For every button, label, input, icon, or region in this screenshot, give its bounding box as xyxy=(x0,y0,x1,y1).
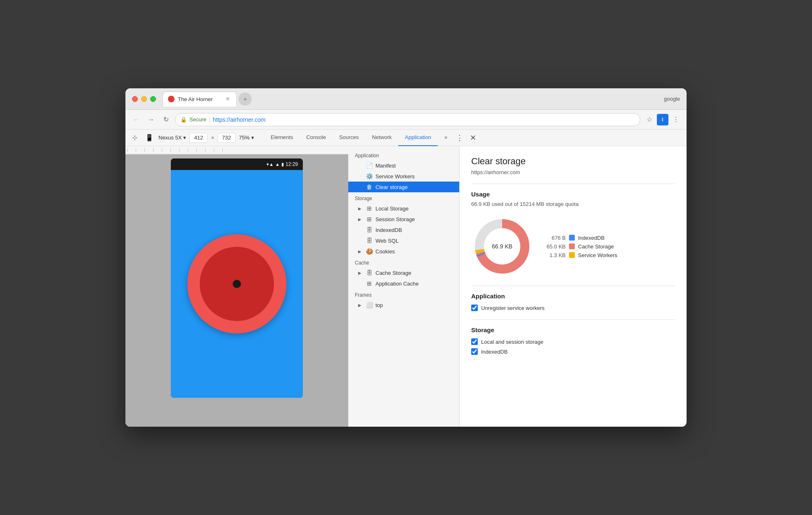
minimize-traffic-light[interactable] xyxy=(141,96,147,102)
sidebar-item-application-cache[interactable]: ⊞ Application Cache xyxy=(348,278,459,289)
address-input[interactable]: 🔒 Secure | https://airhorner.com xyxy=(175,113,640,126)
legend-cache-label: Cache Storage xyxy=(578,243,614,250)
service-workers-label: Service Workers xyxy=(375,173,415,180)
application-cache-label: Application Cache xyxy=(375,281,419,287)
indexeddb-label: IndexedDB xyxy=(375,227,402,233)
new-tab-button[interactable]: + xyxy=(238,92,252,106)
sidebar-item-session-storage[interactable]: ▶ ⊞ Session Storage xyxy=(348,214,459,224)
sidebar-item-service-workers[interactable]: ⚙️ Service Workers xyxy=(348,171,459,182)
secure-icon: 🔒 xyxy=(180,116,187,123)
chart-legend: 676 B IndexedDB 65.0 KB Cache Storage 1.… xyxy=(543,235,617,258)
vinyl-center xyxy=(233,280,241,288)
devtools-more-icon: ⋮ xyxy=(456,133,463,142)
tab-application-label: Application xyxy=(405,134,431,140)
panel-title: Clear storage xyxy=(471,156,675,167)
close-traffic-light[interactable] xyxy=(132,96,138,102)
google-label: google xyxy=(664,96,680,102)
address-actions: ☆ i ⋮ xyxy=(644,114,682,125)
device-toggle-button[interactable]: 📱 xyxy=(144,132,155,144)
forward-button[interactable]: → xyxy=(145,114,157,125)
more-tabs-icon: » xyxy=(444,134,447,140)
legend-sw-label: Service Workers xyxy=(578,252,617,258)
panel-divider-2 xyxy=(471,286,675,286)
menu-button[interactable]: ⋮ xyxy=(670,114,682,125)
unregister-sw-checkbox[interactable] xyxy=(471,305,478,311)
device-screen: ▾▲ ▲ ▮ 12:29 xyxy=(125,154,348,427)
select-mode-button[interactable]: ⊹ xyxy=(129,132,140,144)
phone-frame: ▾▲ ▲ ▮ 12:29 xyxy=(171,158,303,398)
active-tab[interactable]: The Air Horner × xyxy=(163,92,237,106)
tab-elements[interactable]: Elements xyxy=(264,130,300,146)
status-time: 12:29 xyxy=(286,161,298,167)
cookies-label: Cookies xyxy=(375,248,395,255)
local-storage-arrow: ▶ xyxy=(358,206,363,211)
tab-sources-label: Sources xyxy=(339,134,359,140)
legend-indexeddb-swatch xyxy=(569,235,575,241)
extension-button[interactable]: i xyxy=(657,114,668,125)
width-input[interactable] xyxy=(189,133,208,143)
tab-network[interactable]: Network xyxy=(366,130,399,146)
zoom-chevron-icon: ▾ xyxy=(251,135,254,141)
sidebar-item-cache-storage[interactable]: ▶ 🗄 Cache Storage xyxy=(348,267,459,278)
reload-button[interactable]: ↻ xyxy=(160,114,172,125)
top-arrow: ▶ xyxy=(358,303,363,307)
device-select[interactable]: Nexus 5X ▾ xyxy=(158,135,186,141)
clear-storage-label: Clear storage xyxy=(375,184,408,190)
select-mode-icon: ⊹ xyxy=(132,134,137,142)
web-sql-icon: 🗄 xyxy=(366,237,373,244)
panel-divider-3 xyxy=(471,319,675,320)
devtools-more-button[interactable]: ⋮ xyxy=(454,132,465,144)
usage-text: 66.9 KB used out of 15214 MB storage quo… xyxy=(471,201,675,207)
back-button[interactable]: ← xyxy=(130,114,142,125)
tab-elements-label: Elements xyxy=(271,134,293,140)
maximize-traffic-light[interactable] xyxy=(150,96,156,102)
legend-indexeddb-label: IndexedDB xyxy=(578,235,604,241)
tab-more[interactable]: » xyxy=(438,130,454,146)
height-input[interactable] xyxy=(217,133,236,143)
unregister-sw-label: Unregister service workers xyxy=(481,305,545,311)
sidebar-item-local-storage[interactable]: ▶ ⊞ Local Storage xyxy=(348,203,459,214)
tab-console[interactable]: Console xyxy=(300,130,333,146)
storage-section-label: Storage xyxy=(348,192,459,203)
sidebar-item-manifest[interactable]: 📄 Manifest xyxy=(348,160,459,171)
tab-application[interactable]: Application xyxy=(398,130,438,146)
tab-close-button[interactable]: × xyxy=(224,95,231,103)
web-sql-label: Web SQL xyxy=(375,238,399,244)
sidebar-item-clear-storage[interactable]: 🗑 Clear storage xyxy=(348,182,459,192)
indexeddb-checkbox[interactable] xyxy=(471,348,478,355)
clear-storage-icon: 🗑 xyxy=(366,184,373,190)
session-storage-icon: ⊞ xyxy=(366,216,373,222)
devtools-right-buttons: ⋮ ✕ xyxy=(454,132,479,144)
wifi-icon: ▾▲ xyxy=(267,162,274,167)
legend-indexeddb-value: 676 B xyxy=(543,235,566,241)
devtools-close-button[interactable]: ✕ xyxy=(467,132,479,144)
session-storage-label: Session Storage xyxy=(375,216,415,222)
device-toolbar-left: ⊹ 📱 Nexus 5X ▾ × 75% ▾ xyxy=(129,132,254,144)
usage-section: Usage 66.9 KB used out of 15214 MB stora… xyxy=(471,191,675,277)
local-session-checkbox[interactable] xyxy=(471,338,478,345)
cookies-arrow: ▶ xyxy=(358,249,363,254)
tab-network-label: Network xyxy=(372,134,392,140)
donut-label: 66.9 KB xyxy=(492,243,512,250)
storage-section-title: Storage xyxy=(471,326,675,333)
tab-title: The Air Horner xyxy=(178,96,221,102)
signal-icon: ▲ xyxy=(275,162,280,167)
sidebar-item-top[interactable]: ▶ ⬜ top xyxy=(348,300,459,310)
chart-area: 66.9 KB 676 B IndexedDB 65.0 KB Cache St… xyxy=(471,215,675,277)
manifest-label: Manifest xyxy=(375,163,396,169)
panel-divider-1 xyxy=(471,184,675,184)
sidebar-item-indexeddb[interactable]: 🗄 IndexedDB xyxy=(348,224,459,235)
star-button[interactable]: ☆ xyxy=(644,114,655,125)
forward-icon: → xyxy=(148,116,154,123)
battery-icon: ▮ xyxy=(281,162,284,167)
devtools-sidebar: Application 📄 Manifest ⚙️ Service Worker… xyxy=(348,146,460,427)
application-section-label: Application xyxy=(348,149,459,160)
sidebar-item-web-sql[interactable]: 🗄 Web SQL xyxy=(348,235,459,246)
sidebar-item-cookies[interactable]: ▶ 🍪 Cookies xyxy=(348,246,459,257)
tab-sources[interactable]: Sources xyxy=(333,130,366,146)
zoom-select[interactable]: 75% ▾ xyxy=(239,135,254,141)
legend-cache-swatch xyxy=(569,243,575,249)
devtools-toolbar: ⊹ 📱 Nexus 5X ▾ × 75% ▾ Elements Console xyxy=(125,130,687,146)
cache-section-label: Cache xyxy=(348,257,459,267)
tab-console-label: Console xyxy=(306,134,326,140)
